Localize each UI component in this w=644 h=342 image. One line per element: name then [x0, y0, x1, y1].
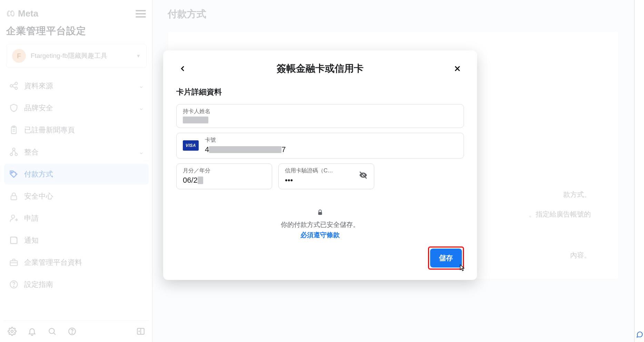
page-title: 付款方式: [168, 8, 619, 21]
redacted-block: [183, 117, 208, 123]
sidebar-item-label: 安全中心: [24, 191, 53, 201]
caret-down-icon: ▼: [136, 53, 141, 59]
svg-point-0: [10, 85, 13, 87]
sidebar: Meta 企業管理平台設定 F Ftargeting-fb隱藏興趣工具 ▼ 資料…: [0, 0, 152, 342]
card-number-prefix: 4: [205, 145, 209, 154]
svg-line-24: [53, 333, 55, 334]
lock-icon: [9, 191, 19, 201]
modal-subheader: 卡片詳細資料: [176, 87, 464, 97]
sidebar-item-data-sources[interactable]: 資料來源 ⌄: [4, 76, 149, 96]
visa-badge: VISA: [183, 140, 199, 151]
brand-logo[interactable]: Meta: [6, 8, 38, 19]
shield-icon: [9, 103, 19, 113]
terms-link[interactable]: 必須遵守條款: [300, 231, 340, 240]
svg-point-11: [15, 153, 18, 156]
svg-point-10: [10, 153, 13, 156]
account-name: Ftargeting-fb隱藏興趣工具: [31, 51, 131, 60]
svg-point-21: [13, 286, 14, 287]
card-number-label: 卡號: [205, 137, 457, 144]
cvv-field[interactable]: 信用卡驗證碼（C… •••: [278, 163, 374, 189]
expiry-prefix: 06/2: [183, 176, 198, 185]
sidebar-item-setup-guide[interactable]: 設定指南: [4, 274, 149, 295]
chevron-down-icon: ⌄: [139, 82, 144, 90]
svg-point-2: [15, 87, 18, 90]
add-card-modal: 簽帳金融卡或信用卡 卡片詳細資料 持卡人姓名 VISA 卡號 47: [163, 50, 477, 280]
modal-title: 簽帳金融卡或信用卡: [189, 62, 451, 75]
sidebar-item-payment[interactable]: 付款方式: [4, 164, 149, 184]
collapse-panel-icon[interactable]: [136, 326, 146, 336]
user-arrow-icon: [9, 213, 19, 223]
svg-line-12: [12, 150, 13, 153]
chat-bubble-icon[interactable]: [636, 331, 643, 340]
sidebar-nav: 資料來源 ⌄ 品牌安全 ⌄ 已註冊新聞專頁 整合: [4, 76, 149, 295]
expiry-field[interactable]: 月分／年分 06/2: [176, 163, 272, 189]
question-circle-icon: [9, 280, 19, 289]
sidebar-item-label: 品牌安全: [24, 103, 53, 113]
search-icon[interactable]: [47, 326, 57, 336]
secure-text: 你的付款方式已安全儲存。: [176, 220, 464, 229]
cvv-label: 信用卡驗證碼（C…: [285, 167, 359, 174]
sidebar-item-label: 付款方式: [24, 169, 53, 179]
save-highlight: 儲存: [428, 247, 464, 270]
svg-point-22: [11, 330, 13, 333]
cardholder-field[interactable]: 持卡人姓名: [176, 104, 464, 128]
close-button[interactable]: [451, 62, 464, 75]
svg-point-1: [15, 82, 18, 85]
svg-line-3: [12, 84, 15, 85]
sidebar-item-brand-safety[interactable]: 品牌安全 ⌄: [4, 98, 149, 118]
hamburger-menu[interactable]: [136, 10, 146, 18]
briefcase-icon: [9, 258, 19, 267]
eye-off-icon[interactable]: [359, 171, 368, 182]
account-avatar: F: [12, 49, 26, 63]
share-nodes-icon: [9, 81, 19, 91]
chevron-down-icon: ⌄: [139, 148, 144, 156]
sidebar-footer: [4, 320, 149, 339]
sidebar-item-notifications[interactable]: 通知: [4, 230, 149, 251]
lock-icon: [176, 209, 464, 218]
card-number-field[interactable]: VISA 卡號 47: [176, 133, 464, 159]
right-gutter: [634, 0, 644, 342]
settings-icon[interactable]: [7, 326, 17, 336]
sidebar-item-security[interactable]: 安全中心: [4, 186, 149, 207]
expiry-label: 月分／年分: [183, 167, 266, 174]
svg-point-23: [49, 328, 54, 333]
sidebar-item-label: 申請: [24, 213, 39, 223]
svg-point-14: [11, 172, 12, 173]
sidebar-title: 企業管理平台設定: [4, 21, 149, 44]
sidebar-item-integrations[interactable]: 整合 ⌄: [4, 142, 149, 162]
sidebar-item-label: 已註冊新聞專頁: [24, 125, 75, 135]
svg-line-4: [12, 87, 15, 88]
redacted-block: [198, 177, 203, 184]
clipboard-icon: [9, 125, 19, 135]
svg-point-9: [13, 148, 15, 150]
svg-line-13: [14, 150, 16, 153]
sidebar-item-business-info[interactable]: 企業管理平台資料: [4, 252, 149, 273]
sidebar-item-label: 企業管理平台資料: [24, 258, 82, 267]
sidebar-item-label: 整合: [24, 147, 39, 157]
card-number-value: 47: [205, 145, 457, 154]
bell-icon[interactable]: [27, 326, 37, 336]
sidebar-item-label: 通知: [24, 235, 39, 245]
sidebar-item-label: 資料來源: [24, 81, 53, 91]
back-button[interactable]: [176, 62, 189, 75]
note-icon: [9, 235, 19, 245]
account-picker[interactable]: F Ftargeting-fb隱藏興趣工具 ▼: [6, 44, 147, 68]
cardholder-label: 持卡人姓名: [183, 108, 457, 115]
sidebar-item-label: 設定指南: [24, 280, 53, 289]
meta-icon: [6, 9, 16, 19]
tag-icon: [9, 169, 19, 179]
help-icon[interactable]: [67, 326, 77, 336]
expiry-value: 06/2: [183, 176, 266, 185]
card-number-suffix: 7: [281, 145, 286, 154]
svg-rect-15: [11, 196, 17, 200]
secure-block: 你的付款方式已安全儲存。 必須遵守條款: [176, 209, 464, 240]
nodes-icon: [9, 147, 19, 157]
cardholder-value: [183, 117, 457, 123]
sidebar-item-requests[interactable]: 申請: [4, 208, 149, 229]
save-button[interactable]: 儲存: [430, 249, 462, 268]
redacted-block: [209, 146, 281, 153]
svg-point-26: [72, 333, 72, 334]
sidebar-item-news-pages[interactable]: 已註冊新聞專頁: [4, 120, 149, 140]
brand-name: Meta: [18, 8, 38, 19]
chevron-down-icon: ⌄: [139, 104, 144, 112]
